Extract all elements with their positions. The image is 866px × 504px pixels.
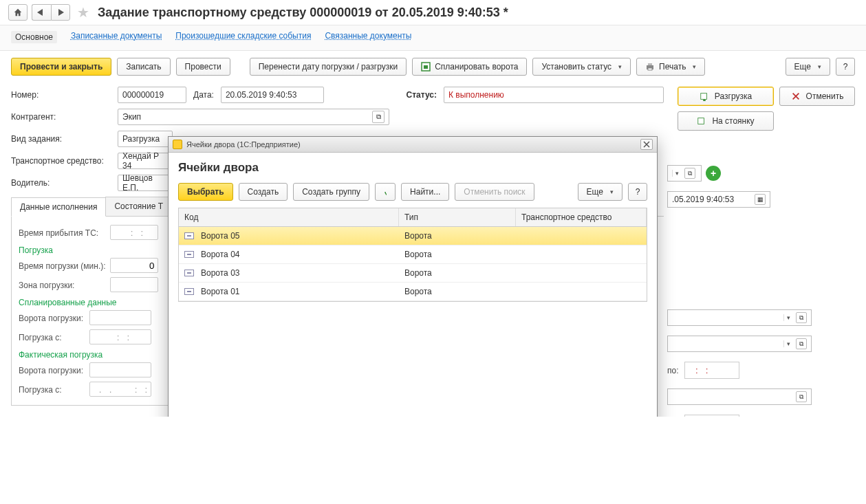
close-button[interactable] (640, 139, 653, 150)
row-icon (184, 251, 194, 258)
dialog-more-button[interactable]: Еще (578, 183, 623, 201)
vehicle-input[interactable]: Хендай Р 34 (118, 153, 173, 169)
gates-label: Ворота погрузки: (19, 314, 87, 323)
from-label: Погрузка с: (19, 333, 87, 342)
gates-input[interactable] (89, 310, 151, 325)
app-icon (173, 140, 182, 149)
col-type[interactable]: Тип (399, 208, 516, 226)
driver-input[interactable]: Шевцов Е.П. (118, 175, 173, 191)
refresh-button[interactable] (375, 183, 396, 201)
row-icon (184, 270, 194, 276)
col-vehicle[interactable]: Транспортное средство (516, 208, 647, 226)
print-label: Печать (659, 62, 686, 72)
table-row[interactable]: Ворота 01Ворота (179, 283, 647, 301)
tab-related[interactable]: Связанные документы (325, 31, 411, 43)
section-tabs: Основное Записанные документы Произошедш… (0, 25, 866, 51)
row-code: Ворота 05 (201, 231, 239, 241)
actual-gates-label: Ворота погрузки: (19, 366, 87, 375)
open-icon[interactable]: ⧉ (372, 111, 385, 123)
rf-field-2[interactable]: ▾⧉ (667, 336, 812, 352)
select-button[interactable]: Выбрать (178, 183, 233, 201)
table-row[interactable]: Ворота 05Ворота (179, 227, 647, 245)
planned-heading: Спланированные данные (19, 298, 162, 307)
loadzone-input[interactable] (110, 277, 158, 292)
back-button[interactable] (32, 4, 51, 21)
svg-rect-3 (648, 63, 652, 65)
status-label: Статус: (407, 90, 437, 100)
post-and-close-button[interactable]: Провести и закрыть (11, 58, 111, 76)
help-button[interactable]: ? (836, 58, 855, 76)
unload-label: Разгрузка (715, 91, 752, 101)
dialog-heading: Ячейки двора (178, 161, 647, 175)
arrival-input[interactable] (110, 225, 158, 240)
contractor-input[interactable]: Экип⧉ (118, 109, 389, 125)
dialog-titlebar[interactable]: Ячейки двора (1С:Предприятие) (169, 137, 657, 153)
right-fields: ▾⧉ + .05.2019 9:40:53▦ ▾⧉ ▾⧉ по: ⧉ по: (667, 165, 812, 417)
table-row[interactable]: Ворота 03Ворота (179, 264, 647, 283)
plan-gates-button[interactable]: Спланировать ворота (412, 58, 527, 76)
date-input[interactable]: 20.05.2019 9:40:53 (221, 87, 324, 103)
tab-exec-data[interactable]: Данные исполнения (11, 197, 106, 217)
create-group-button[interactable]: Создать группу (293, 183, 369, 201)
parking-button[interactable]: На стоянку (678, 111, 774, 131)
svg-rect-4 (648, 68, 652, 70)
loadtime-input[interactable] (110, 258, 158, 273)
tab-events[interactable]: Произошедшие складские события (175, 31, 311, 43)
loading-heading: Погрузка (19, 245, 162, 255)
row-vehicle (516, 232, 647, 240)
create-button[interactable]: Создать (239, 183, 288, 201)
po-input-2[interactable] (684, 415, 739, 417)
tab-main[interactable]: Основное (11, 31, 57, 43)
set-status-button[interactable]: Установить статус (532, 58, 631, 76)
date-label: Дата: (193, 90, 214, 100)
rf-dd-1[interactable]: ▾⧉ (667, 165, 702, 182)
find-button[interactable]: Найти... (401, 183, 449, 201)
move-date-button[interactable]: Перенести дату погрузки / разгрузки (250, 58, 407, 76)
home-button[interactable] (8, 4, 28, 21)
driver-label: Водитель: (11, 178, 111, 188)
cancel-find-button[interactable]: Отменить поиск (455, 183, 534, 201)
print-button[interactable]: Печать (636, 58, 705, 76)
page-title: Задание транспортному средству 000000019… (98, 6, 508, 20)
row-code: Ворота 04 (201, 250, 239, 259)
cells-dialog: Ячейки двора (1С:Предприятие) Ячейки дво… (168, 136, 658, 417)
row-type: Ворота (399, 245, 516, 263)
more-button[interactable]: Еще (786, 58, 830, 76)
tasktype-label: Вид задания: (11, 134, 111, 144)
cells-table: Код Тип Транспортное средство Ворота 05В… (178, 208, 647, 302)
row-code: Ворота 03 (201, 268, 239, 278)
rf-date[interactable]: .05.2019 9:40:53▦ (667, 191, 770, 208)
forward-button[interactable] (51, 4, 70, 21)
status-input[interactable]: К выполнению (444, 87, 664, 103)
plan-gates-label: Спланировать ворота (435, 62, 518, 72)
parking-label: На стоянку (712, 116, 754, 126)
table-row[interactable]: Ворота 04Ворота (179, 245, 647, 264)
dialog-help-button[interactable]: ? (628, 183, 647, 201)
row-type: Ворота (399, 227, 516, 245)
tab-state[interactable]: Состояние Т (105, 197, 172, 216)
post-button[interactable]: Провести (176, 58, 230, 76)
add-button[interactable]: + (706, 166, 721, 181)
favorite-icon[interactable]: ★ (77, 4, 89, 21)
exec-panel: Время прибытия ТС: Погрузка Время погруз… (11, 217, 169, 406)
actual-gates-input[interactable] (89, 362, 151, 377)
tasktype-input[interactable]: Разгрузка (118, 131, 173, 147)
svg-rect-6 (698, 118, 704, 124)
rf-field-1[interactable]: ▾⧉ (667, 309, 812, 326)
number-input[interactable]: 000000019 (118, 87, 186, 103)
from-input[interactable] (89, 329, 151, 344)
row-vehicle (516, 250, 647, 259)
topbar: ★ Задание транспортному средству 0000000… (0, 0, 866, 25)
tab-docs[interactable]: Записанные документы (71, 31, 162, 43)
save-button[interactable]: Записать (117, 58, 170, 76)
row-vehicle (516, 269, 647, 277)
unload-button[interactable]: Разгрузка (678, 87, 774, 106)
actual-from-input[interactable] (89, 382, 151, 397)
rf-field-3[interactable]: ⧉ (667, 388, 812, 405)
po-input-1[interactable] (684, 362, 739, 379)
cancel-button[interactable]: Отменить (779, 87, 855, 106)
loadtime-label: Время погрузки (мин.): (19, 261, 108, 271)
row-code: Ворота 01 (201, 287, 239, 296)
col-code[interactable]: Код (179, 208, 399, 226)
row-icon (184, 232, 194, 239)
